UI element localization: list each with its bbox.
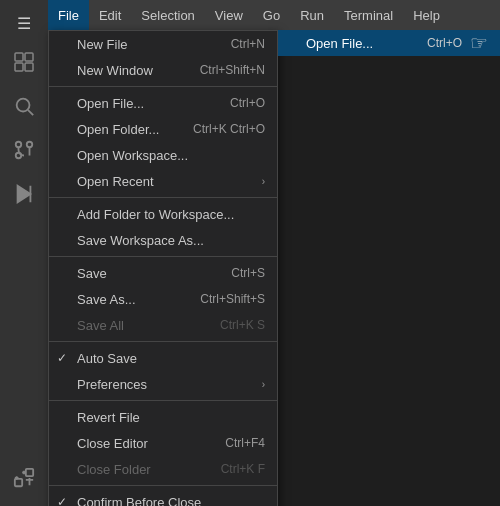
hamburger-icon[interactable]: ☰ [4, 8, 44, 38]
menu-save-all[interactable]: Save All Ctrl+K S [49, 312, 277, 338]
search-icon[interactable] [4, 86, 44, 126]
menu-selection[interactable]: Selection [131, 0, 204, 30]
menu-open-workspace[interactable]: Open Workspace... [49, 142, 277, 168]
menu-close-folder[interactable]: Close Folder Ctrl+K F [49, 456, 277, 482]
menu-new-file[interactable]: New File Ctrl+N [49, 31, 277, 57]
menu-open-folder[interactable]: Open Folder... Ctrl+K Ctrl+O [49, 116, 277, 142]
activity-bar: ☰ [0, 0, 48, 506]
confirm-close-check: ✓ [57, 495, 67, 506]
explorer-icon[interactable] [4, 42, 44, 82]
menu-file[interactable]: File [48, 0, 89, 30]
separator-2 [49, 197, 277, 198]
separator-6 [49, 485, 277, 486]
menu-help[interactable]: Help [403, 0, 450, 30]
auto-save-check: ✓ [57, 351, 67, 365]
menu-go[interactable]: Go [253, 0, 290, 30]
menu-save[interactable]: Save Ctrl+S [49, 260, 277, 286]
svg-rect-1 [25, 53, 33, 61]
source-control-icon[interactable] [4, 130, 44, 170]
menu-confirm-before-close[interactable]: ✓ Confirm Before Close [49, 489, 277, 506]
menu-edit[interactable]: Edit [89, 0, 131, 30]
menu-save-as[interactable]: Save As... Ctrl+Shift+S [49, 286, 277, 312]
menu-new-window[interactable]: New Window Ctrl+Shift+N [49, 57, 277, 83]
svg-point-6 [16, 142, 22, 148]
svg-point-4 [17, 99, 30, 112]
svg-point-7 [27, 142, 33, 148]
svg-rect-0 [15, 53, 23, 61]
menu-add-folder[interactable]: Add Folder to Workspace... [49, 201, 277, 227]
menu-close-editor[interactable]: Close Editor Ctrl+F4 [49, 430, 277, 456]
svg-marker-9 [18, 186, 31, 203]
menu-open-recent[interactable]: Open Recent › [49, 168, 277, 194]
svg-rect-3 [25, 63, 33, 71]
svg-rect-11 [15, 479, 22, 486]
separator-4 [49, 341, 277, 342]
separator-1 [49, 86, 277, 87]
file-dropdown: New File Ctrl+N New Window Ctrl+Shift+N … [48, 30, 278, 506]
separator-3 [49, 256, 277, 257]
menu-run[interactable]: Run [290, 0, 334, 30]
menu-revert-file[interactable]: Revert File [49, 404, 277, 430]
menu-preferences[interactable]: Preferences › [49, 371, 277, 397]
run-icon[interactable] [4, 174, 44, 214]
menu-bar: File Edit Selection View Go Run Terminal… [48, 0, 500, 30]
menu-auto-save[interactable]: ✓ Auto Save [49, 345, 277, 371]
menu-open-file[interactable]: Open File... Ctrl+O [49, 90, 277, 116]
separator-5 [49, 400, 277, 401]
svg-rect-2 [15, 63, 23, 71]
menu-view[interactable]: View [205, 0, 253, 30]
svg-line-5 [28, 110, 33, 115]
extensions-icon[interactable] [4, 458, 44, 498]
menu-save-workspace-as[interactable]: Save Workspace As... [49, 227, 277, 253]
menu-terminal[interactable]: Terminal [334, 0, 403, 30]
svg-rect-12 [26, 469, 33, 476]
